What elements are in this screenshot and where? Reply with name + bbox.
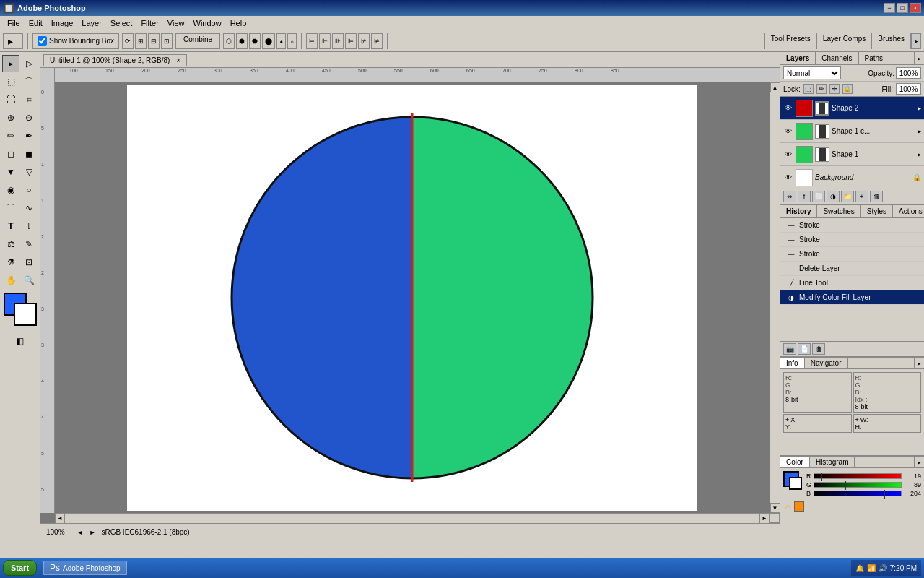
nav-btn-prev[interactable]: ◄ [77,529,84,536]
minimize-button[interactable]: − [884,3,895,13]
lasso-tool[interactable]: ⌒ [20,73,38,90]
tab-styles[interactable]: Styles [861,205,893,217]
background-color[interactable] [14,303,37,326]
start-button[interactable]: Start [3,560,37,576]
g-slider[interactable] [814,482,902,488]
stamp-tool[interactable]: ⊖ [20,109,38,126]
hand-tool[interactable]: ✋ [2,272,19,289]
fill-input[interactable] [896,83,921,95]
zoom-tool[interactable]: 🔍 [20,272,38,289]
taskbar-photoshop-item[interactable]: Ps Adobe Photoshop [43,561,127,575]
tab-layer-comps[interactable]: Layer Comps [817,33,872,49]
scroll-up-btn[interactable]: ▲ [770,82,780,92]
history-item-2[interactable]: — Stroke [780,233,924,247]
tab-info[interactable]: Info [780,358,805,368]
blur-tool[interactable]: ◉ [2,181,19,199]
path-btn6[interactable]: ⬦ [287,33,297,49]
close-button[interactable]: × [910,3,921,13]
scroll-down-btn[interactable]: ▼ [770,503,780,513]
history-delete-btn[interactable]: 🗑 [812,343,825,355]
show-bounding-box-btn[interactable]: Show Bounding Box [32,33,119,49]
measure-tool[interactable]: ⚖ [2,236,19,253]
gradient-tool[interactable]: ▽ [20,163,38,181]
slice-tool[interactable]: ⌗ [20,91,38,108]
menu-window[interactable]: Window [189,17,226,29]
history-item-1[interactable]: — Stroke [780,218,924,233]
document-tab[interactable]: Untitled-1 @ 100% (Shape 2, RGB/8) × [43,54,187,66]
tab-actions[interactable]: Actions [893,205,924,217]
horizontal-scrollbar[interactable]: ◄ ► [55,513,770,523]
tab-color[interactable]: Color [780,457,810,467]
blend-mode-select[interactable]: Normal Dissolve Multiply Screen [783,66,841,79]
type-tool[interactable]: T [2,217,19,235]
history-item-3[interactable]: — Stroke [780,247,924,262]
info-options-btn[interactable]: ▸ [914,358,924,368]
layer-vis-shape2[interactable]: 👁 [783,103,793,113]
bounding-box-checkbox[interactable] [38,36,47,46]
transform-btn3[interactable]: ⊡ [161,33,173,49]
tab-layers[interactable]: Layers [780,52,816,64]
bg-eraser-tool[interactable]: ◼ [20,145,38,163]
color-options-btn[interactable]: ▸ [914,457,924,467]
lock-transparent-btn[interactable]: ⬚ [803,84,814,94]
layer-item-shape1c[interactable]: 👁 Shape 1 c... ▸ [780,120,924,143]
auto-add-delete-btn[interactable]: ⟳ [122,33,134,49]
eraser-tool[interactable]: ◻ [2,145,19,163]
color-sample-tool[interactable]: ⊡ [20,254,38,271]
layer-options-shape1[interactable]: ▸ [918,150,921,158]
layer-options-shape2[interactable]: ▸ [918,104,921,112]
lock-position-btn[interactable]: ✛ [829,84,840,94]
layer-vis-shape1c[interactable]: 👁 [783,126,793,137]
dodge-tool[interactable]: ○ [20,181,38,199]
align-btn1[interactable]: ⊨ [306,33,318,49]
screen-mode-btn[interactable]: ◧ [12,332,29,350]
path-btn1[interactable]: ⬡ [223,33,235,49]
vertical-scrollbar[interactable]: ▲ ▼ [770,82,780,513]
paint-bucket-tool[interactable]: ▼ [2,163,19,181]
bg-swatch[interactable] [789,477,802,490]
lock-all-btn[interactable]: 🔒 [842,84,853,94]
menu-filter[interactable]: Filter [136,17,162,29]
b-slider[interactable] [814,491,902,496]
tab-swatches[interactable]: Swatches [817,205,860,217]
pen-tool[interactable]: ⌒ [2,199,19,217]
tab-brushes[interactable]: Brushes [872,33,911,49]
menu-help[interactable]: Help [226,17,251,29]
tab-navigator[interactable]: Navigator [805,358,848,368]
menu-select[interactable]: Select [106,17,137,29]
tab-histogram[interactable]: Histogram [810,457,855,467]
layer-new-btn[interactable]: + [855,191,868,202]
tab-tool-presets[interactable]: Tool Presets [765,33,817,49]
scroll-left-btn[interactable]: ◄ [55,514,65,524]
layer-item-shape2[interactable]: 👁 Shape 2 ▸ [780,97,924,120]
scroll-right-btn[interactable]: ► [759,514,770,524]
eyedropper-tool[interactable]: ⚗ [2,254,19,271]
menu-file[interactable]: File [3,17,25,29]
lock-image-btn[interactable]: ✏ [816,84,827,94]
heal-tool[interactable]: ⊕ [2,109,19,126]
path-btn2[interactable]: ⬢ [236,33,248,49]
direct-select-tool[interactable]: ▷ [20,55,38,72]
layer-adj-btn[interactable]: ◑ [827,191,840,202]
history-snapshot-btn[interactable]: 📷 [783,343,796,355]
maximize-button[interactable]: □ [897,3,908,13]
layer-vis-shape1[interactable]: 👁 [783,150,793,160]
history-item-5[interactable]: ╱ Line Tool [780,276,924,290]
align-btn3[interactable]: ⊪ [332,33,344,49]
align-btn5[interactable]: ⊬ [358,33,370,49]
layer-mask-btn[interactable]: ⬜ [812,191,825,202]
marquee-tool[interactable]: ⬚ [2,73,19,90]
document-close-btn[interactable]: × [176,56,180,64]
layer-link-btn[interactable]: ⇔ [783,191,796,202]
layer-item-background[interactable]: 👁 Background 🔒 [780,166,924,189]
r-slider[interactable] [814,473,902,479]
menu-image[interactable]: Image [47,17,78,29]
layer-options-shape1c[interactable]: ▸ [918,127,921,135]
layers-panel-options[interactable]: ▸ [914,52,924,64]
layer-vis-bg[interactable]: 👁 [783,173,793,183]
opacity-input[interactable] [896,67,921,79]
transform-btn1[interactable]: ⊞ [135,33,147,49]
path-select-tool[interactable]: ▸ [2,55,19,72]
menu-view[interactable]: View [163,17,189,29]
pencil-tool[interactable]: ✒ [20,127,38,144]
